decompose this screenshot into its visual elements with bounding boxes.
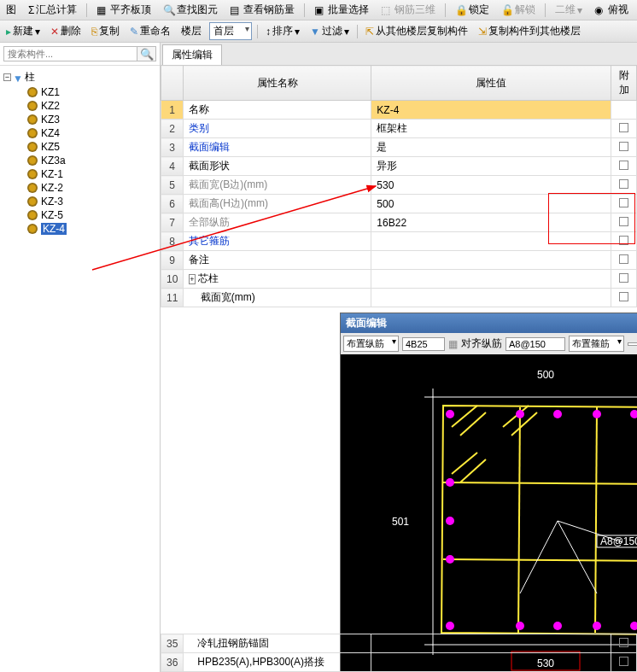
summary-calc-button[interactable]: Σ 汇总计算 (26, 2, 79, 18)
property-extra[interactable] (611, 289, 637, 307)
property-value[interactable]: 是 (371, 138, 611, 157)
property-row[interactable]: 11 截面宽(mm) (161, 289, 637, 307)
property-value[interactable]: 530 (371, 176, 611, 195)
unlock-button[interactable]: 🔓解锁 (499, 2, 538, 18)
rebar-3d-button[interactable]: ⬚钢筋三维 (378, 2, 438, 18)
tree-item-label: KZ-1 (41, 168, 63, 180)
gear-icon (27, 101, 38, 111)
stirrup-spec-input[interactable] (506, 337, 565, 351)
batch-select-button[interactable]: ▣批量选择 (312, 2, 371, 18)
tree-item-label: KZ3a (41, 155, 66, 167)
new-button[interactable]: ▸ 新建 ▾ (3, 23, 43, 39)
property-extra[interactable] (611, 213, 637, 232)
property-row[interactable]: 36 HPB235(A),HPB300(A)搭接(47) (161, 653, 637, 672)
tree-item-kz3a[interactable]: KZ3a (3, 154, 156, 167)
expand-icon[interactable]: + (189, 274, 195, 284)
tab-property-edit[interactable]: 属性编辑 (162, 44, 222, 65)
search-button[interactable]: 🔍 (137, 46, 156, 61)
delete-button[interactable]: ✕ 删除 (48, 23, 84, 39)
tree-item-kz2[interactable]: KZ2 (3, 99, 156, 113)
expand-icon[interactable]: − (3, 73, 11, 81)
property-value[interactable]: (47) (371, 653, 611, 672)
property-extra[interactable] (611, 653, 637, 672)
tree-item-kz4[interactable]: KZ4 (3, 126, 156, 140)
flat-roof-button[interactable]: ▦平齐板顶 (94, 2, 154, 18)
svg-point-16 (630, 410, 637, 418)
property-extra[interactable] (611, 176, 637, 195)
tree-item-kz-3[interactable]: KZ-3 (3, 195, 156, 208)
property-value[interactable]: 500 (371, 195, 611, 213)
secondary-toolbar: ▸ 新建 ▾ ✕ 删除 ⎘ 复制 ✎ 重命名 楼层 首层 ↕ 排序 ▾ ▼ 过滤… (0, 20, 637, 43)
view-icon[interactable]: 图 (3, 2, 19, 18)
svg-point-18 (446, 478, 454, 487)
lock-button[interactable]: 🔒锁定 (453, 2, 492, 18)
property-row[interactable]: 3截面编辑是 (161, 138, 637, 157)
property-row[interactable]: 2类别框架柱 (161, 120, 637, 138)
property-extra[interactable] (611, 120, 637, 138)
align-rebar-label: 对齐纵筋 (461, 336, 502, 351)
tree-root-label[interactable]: 柱 (25, 70, 35, 85)
section-canvas[interactable]: A8@150 500 501 500 530 (341, 354, 637, 672)
property-extra[interactable] (611, 195, 637, 213)
property-row[interactable]: 5截面宽(B边)(mm)530 (161, 176, 637, 195)
svg-line-5 (443, 559, 637, 561)
floor-combo[interactable]: 首层 (209, 22, 252, 40)
row-number: 11 (161, 289, 184, 307)
copy-button[interactable]: ⎘ 复制 (89, 23, 122, 39)
floor-label: 楼层 (178, 23, 204, 39)
tree-item-kz1[interactable]: KZ1 (3, 85, 156, 99)
property-value[interactable] (371, 251, 611, 270)
property-row[interactable]: 6截面高(H边)(mm)500 (161, 195, 637, 213)
tree-item-label: KZ1 (41, 86, 60, 98)
tree-item-kz-4[interactable]: KZ-4 (3, 222, 156, 236)
property-row[interactable]: 4截面形状异形 (161, 157, 637, 176)
rename-button[interactable]: ✎ 重命名 (127, 23, 173, 39)
property-row[interactable]: 1名称KZ-4 (161, 101, 637, 120)
search-input[interactable] (3, 46, 137, 61)
rebar-spec-input[interactable] (402, 337, 445, 351)
property-row[interactable]: 9备注 (161, 251, 637, 270)
property-row[interactable]: 10+ 芯柱 (161, 270, 637, 289)
tree-item-kz3[interactable]: KZ3 (3, 113, 156, 126)
dim-top: 500 (537, 369, 554, 381)
view-2d-dropdown[interactable]: 二维 ▾ (552, 2, 585, 18)
property-value[interactable]: 16B22 (371, 213, 611, 232)
property-extra[interactable] (611, 157, 637, 176)
property-extra[interactable] (611, 232, 637, 251)
empty-combo[interactable] (628, 342, 637, 346)
row-number: 35 (161, 634, 184, 653)
tree-item-label: KZ4 (41, 127, 60, 139)
property-value[interactable]: (35) (371, 634, 611, 653)
copy-to-floor-button[interactable]: ⇲ 复制构件到其他楼层 (476, 23, 583, 39)
row-number: 6 (161, 195, 184, 213)
property-value[interactable]: KZ-4 (371, 101, 611, 120)
sort-button[interactable]: ↕ 排序 ▾ (263, 23, 302, 39)
view-rebar-button[interactable]: ▤查看钢筋量 (227, 2, 297, 18)
property-extra[interactable] (611, 251, 637, 270)
property-extra[interactable] (611, 634, 637, 653)
gear-icon (27, 224, 38, 234)
property-value[interactable] (371, 232, 611, 251)
tree-item-kz-5[interactable]: KZ-5 (3, 208, 156, 222)
layout-rebar-combo[interactable]: 布置纵筋 (343, 336, 399, 352)
property-extra[interactable] (611, 101, 637, 120)
svg-line-31 (520, 521, 558, 593)
property-extra[interactable] (611, 138, 637, 157)
layout-stirrup-combo[interactable]: 布置箍筋 (569, 336, 624, 352)
property-value[interactable] (371, 289, 611, 307)
property-row[interactable]: 7全部纵筋16B22 (161, 213, 637, 232)
tree-item-kz-1[interactable]: KZ-1 (3, 167, 156, 181)
filter-button[interactable]: ▼ 过滤 ▾ (307, 23, 352, 39)
property-value[interactable] (371, 270, 611, 289)
header-name: 属性名称 (184, 66, 371, 101)
tree-item-kz5[interactable]: KZ5 (3, 140, 156, 154)
find-element-button[interactable]: 🔍查找图元 (161, 2, 220, 18)
perspective-button[interactable]: ◉俯视 (592, 2, 631, 18)
property-row[interactable]: 35 冷轧扭钢筋锚固(35) (161, 634, 637, 653)
property-row[interactable]: 8其它箍筋 (161, 232, 637, 251)
property-extra[interactable] (611, 270, 637, 289)
property-value[interactable]: 异形 (371, 157, 611, 176)
copy-from-floor-button[interactable]: ⇱ 从其他楼层复制构件 (363, 23, 470, 39)
tree-item-kz-2[interactable]: KZ-2 (3, 181, 156, 195)
property-value[interactable]: 框架柱 (371, 120, 611, 138)
